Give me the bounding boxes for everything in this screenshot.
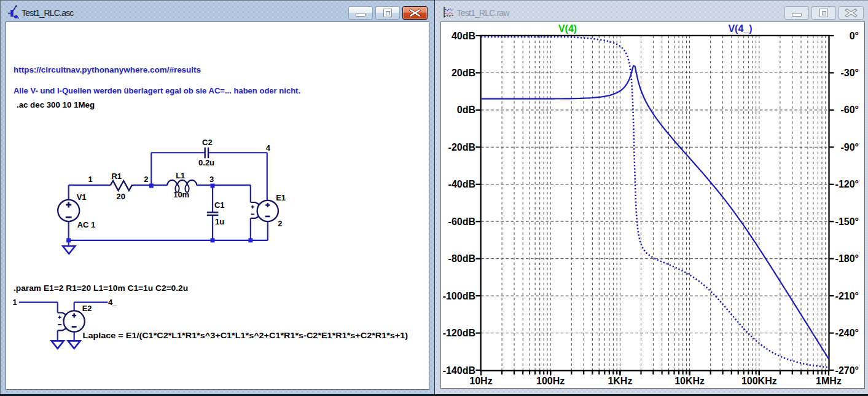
- svg-text:C2: C2: [202, 138, 213, 147]
- svg-text:20: 20: [116, 192, 125, 201]
- svg-text:E2: E2: [82, 304, 92, 313]
- svg-text:10Hz: 10Hz: [469, 376, 492, 386]
- svg-text:100Hz: 100Hz: [536, 376, 565, 386]
- svg-text:4: 4: [266, 143, 271, 152]
- svg-text:L1: L1: [176, 171, 185, 180]
- svg-text:-270°: -270°: [835, 365, 859, 376]
- svg-text:-140dB: -140dB: [443, 365, 475, 376]
- svg-text:-30°: -30°: [840, 68, 859, 78]
- svg-text:1MHz: 1MHz: [816, 376, 842, 386]
- svg-text:https://circuitnav.pythonanywh: https://circuitnav.pythonanywhere.com/#r…: [14, 65, 201, 74]
- svg-text:2: 2: [278, 219, 282, 228]
- svg-text:-40dB: -40dB: [448, 179, 475, 189]
- svg-text:3: 3: [209, 175, 214, 184]
- svg-text:Laplace = E1/(C1*C2*L1*R1*s^3+: Laplace = E1/(C1*C2*L1*R1*s^3+C1*L1*s^2+…: [83, 331, 408, 340]
- svg-text:1: 1: [12, 298, 17, 307]
- svg-text:.ac dec 300 10 1Meg: .ac dec 300 10 1Meg: [17, 100, 95, 109]
- svg-text:C1: C1: [214, 200, 225, 210]
- svg-text:0dB: 0dB: [457, 105, 475, 115]
- svg-text:-60dB: -60dB: [448, 216, 475, 227]
- svg-text:-210°: -210°: [835, 291, 859, 301]
- svg-text:-100dB: -100dB: [443, 291, 475, 301]
- svg-text:100KHz: 100KHz: [741, 376, 777, 386]
- svg-text:-120°: -120°: [835, 179, 859, 189]
- svg-text:1u: 1u: [215, 217, 224, 226]
- svg-text:Alle V- und I-Quellen werden ü: Alle V- und I-Quellen werden überlagert …: [14, 86, 300, 95]
- svg-text:0°: 0°: [850, 31, 859, 41]
- svg-text:.param E1=2 R1=20 L1=10m C1=1u: .param E1=2 R1=20 L1=10m C1=1u C2=0.2u: [14, 283, 188, 293]
- svg-text:40dB: 40dB: [452, 31, 475, 41]
- svg-text:AC 1: AC 1: [77, 220, 96, 229]
- svg-text:V(4_): V(4_): [728, 23, 752, 34]
- svg-text:-150°: -150°: [835, 216, 859, 227]
- svg-text:-120dB: -120dB: [443, 328, 475, 338]
- svg-text:V(4): V(4): [558, 23, 577, 34]
- svg-text:10m: 10m: [173, 190, 189, 199]
- svg-text:-20dB: -20dB: [448, 142, 475, 152]
- svg-text:10KHz: 10KHz: [674, 376, 705, 386]
- svg-text:1KHz: 1KHz: [608, 376, 632, 386]
- svg-text:1: 1: [88, 175, 93, 184]
- svg-text:20dB: 20dB: [452, 68, 475, 78]
- svg-text:0.2u: 0.2u: [198, 158, 214, 167]
- svg-text:2: 2: [144, 175, 148, 184]
- svg-text:E1: E1: [276, 193, 286, 202]
- svg-text:-240°: -240°: [835, 328, 859, 338]
- svg-text:-80dB: -80dB: [448, 253, 475, 264]
- svg-text:-180°: -180°: [835, 253, 859, 264]
- svg-text:-60°: -60°: [840, 105, 859, 115]
- svg-text:V1: V1: [77, 192, 87, 202]
- svg-text:R1: R1: [112, 172, 122, 181]
- svg-text:4_: 4_: [108, 298, 117, 307]
- svg-text:-90°: -90°: [840, 142, 859, 152]
